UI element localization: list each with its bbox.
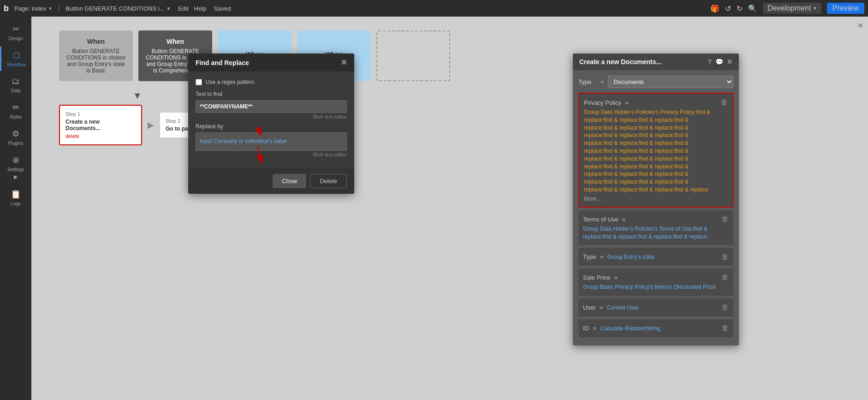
text-to-find-input[interactable]: [196, 100, 347, 113]
more-link[interactable]: More...: [584, 196, 717, 202]
preview-button[interactable]: Preview: [827, 3, 864, 14]
main-layout: ✂ Design ⬡ Workflow 🗂 Data ✏ Styles ⚙ Pl…: [0, 17, 868, 400]
redo-icon[interactable]: ↻: [737, 4, 743, 13]
workflow-selector[interactable]: Button GENERATE CONDITIONS i... ▼: [65, 5, 171, 12]
privacy-policy-eq: =: [625, 99, 629, 106]
sidebar: ✂ Design ⬡ Workflow 🗂 Data ✏ Styles ⚙ Pl…: [0, 17, 31, 400]
step-1-title: Create a new Documents...: [65, 119, 136, 131]
sale-price-eq: =: [614, 274, 618, 281]
data-icon: 🗂: [12, 77, 20, 86]
doc-type-label: Type: [578, 78, 597, 85]
regex-checkbox[interactable]: [196, 79, 202, 85]
workflow-dropdown-icon[interactable]: ▼: [166, 6, 171, 11]
create-doc-modal: Create a new Documents... ? 💬 ✕ Type = D…: [573, 54, 739, 346]
terms-delete-icon[interactable]: 🗑: [721, 215, 729, 223]
page-dropdown-icon[interactable]: ▼: [48, 6, 53, 11]
canvas-area: When Button GENERATE CONDITIONS is click…: [31, 17, 868, 400]
page-selector[interactable]: Page: index ▼: [14, 5, 53, 12]
sidebar-item-plugins[interactable]: ⚙ Plugins: [0, 125, 31, 149]
styles-icon: ✏: [12, 102, 19, 113]
sale-price-value[interactable]: Group Basic Privacy Policy's Items's Dis…: [583, 283, 718, 291]
text-to-find-rich-label[interactable]: Rich text editor: [196, 114, 347, 119]
help-button[interactable]: Help: [194, 5, 207, 12]
sidebar-item-design[interactable]: ✂ Design: [0, 20, 31, 45]
undo-icon[interactable]: ↺: [725, 4, 731, 13]
user-eq: =: [600, 304, 603, 311]
sale-price-section: Sale Price = Group Basic Privacy Policy'…: [578, 269, 733, 296]
settings-icon: ⊕: [12, 155, 19, 165]
gift-icon[interactable]: 🎁: [710, 4, 719, 13]
when-card-1[interactable]: When Button GENERATE CONDITIONS is click…: [59, 30, 133, 81]
sidebar-label-data: Data: [11, 88, 20, 93]
sale-price-delete-icon[interactable]: 🗑: [721, 273, 729, 281]
edit-button[interactable]: Edit: [178, 5, 188, 12]
create-doc-body: Type = Documents Privacy Policy = Group …: [573, 70, 739, 346]
sidebar-item-styles[interactable]: ✏ Styles: [0, 99, 31, 123]
sidebar-item-settings[interactable]: ⊕ Settings ▶: [0, 151, 31, 184]
privacy-policy-delete-icon[interactable]: 🗑: [720, 98, 728, 107]
saved-status: Saved: [214, 5, 231, 12]
doc-type-eq: =: [600, 78, 604, 85]
terms-label: Terms of Use: [583, 216, 618, 223]
sidebar-label-design: Design: [8, 36, 23, 41]
type-field-section: Type = Group Entry's state 🗑: [578, 248, 733, 266]
find-replace-close-icon[interactable]: ✕: [341, 58, 347, 67]
page-name: index: [32, 5, 46, 12]
step-1-num: Step 1: [65, 111, 136, 117]
user-delete-icon[interactable]: 🗑: [721, 303, 729, 311]
find-replace-header: Find and Replace ✕: [188, 54, 354, 72]
search-icon[interactable]: 🔍: [748, 4, 757, 13]
type-field-delete-icon[interactable]: 🗑: [721, 253, 729, 261]
doc-type-select[interactable]: Documents: [608, 76, 733, 88]
doc-help-icon[interactable]: ?: [707, 58, 712, 66]
when-card-1-title: When: [87, 38, 105, 45]
step-connector-arrow: ▶: [148, 120, 154, 130]
privacy-policy-value[interactable]: Group Data Holder's Policies's Privacy P…: [584, 108, 717, 194]
terms-of-use-section: Terms of Use = Group Data Holder's Polic…: [578, 210, 733, 245]
sidebar-item-logs[interactable]: 📋 Logs: [0, 185, 31, 210]
step-1-delete[interactable]: delete: [65, 133, 136, 139]
type-field-eq: =: [600, 253, 604, 260]
scissors-icon: ✂: [12, 24, 19, 34]
workflow-canvas: When Button GENERATE CONDITIONS is click…: [31, 17, 868, 400]
terms-value[interactable]: Group Data Holder's Policies's Terms of …: [583, 225, 718, 241]
workflow-label: Button GENERATE CONDITIONS i...: [65, 5, 164, 12]
sidebar-label-logs: Logs: [11, 201, 21, 206]
find-replace-title: Find and Replace: [196, 59, 249, 66]
sidebar-item-data[interactable]: 🗂 Data: [0, 73, 31, 97]
sidebar-label-settings: Settings: [7, 167, 24, 172]
id-value[interactable]: Calculate RandomString: [600, 325, 660, 332]
replace-by-value[interactable]: Input Company or individual's value: [200, 138, 287, 144]
step-arrow-down: ▼: [133, 90, 142, 101]
topbar-divider: |: [58, 4, 60, 12]
create-doc-title: Create a new Documents...: [579, 58, 661, 66]
find-replace-body: Use a regex pattern Text to find Rich te…: [188, 72, 354, 168]
when-card-5[interactable]: [376, 30, 450, 81]
logs-icon: 📋: [11, 189, 21, 199]
id-delete-icon[interactable]: 🗑: [721, 324, 729, 332]
replace-by-label: Replace by: [196, 123, 347, 130]
topbar-right: 🎁 ↺ ↻ 🔍 Development ▼ Preview: [710, 3, 864, 14]
when-card-1-desc: Button GENERATE CONDITIONS is clicked an…: [65, 48, 127, 74]
text-to-find-label: Text to find: [196, 91, 347, 97]
id-eq: =: [593, 325, 596, 332]
doc-close-icon[interactable]: ✕: [727, 58, 732, 66]
settings-expand-icon[interactable]: ▶: [14, 174, 18, 180]
sidebar-label-workflow: Workflow: [7, 62, 26, 67]
dev-selector[interactable]: Development ▼: [763, 3, 821, 14]
dev-label: Development: [767, 4, 811, 12]
step-card-1[interactable]: Step 1 Create a new Documents... delete: [59, 105, 142, 145]
user-section: User = Current User 🗑: [578, 299, 733, 316]
topbar: b Page: index ▼ | Button GENERATE CONDIT…: [0, 0, 868, 17]
canvas-close-icon[interactable]: ✕: [857, 21, 863, 30]
user-value[interactable]: Current User: [607, 304, 639, 311]
doc-header-icons: ? 💬 ✕: [707, 58, 732, 66]
workflow-icon: ⬡: [13, 50, 20, 60]
close-button[interactable]: Close: [273, 174, 306, 188]
delete-button[interactable]: Delete: [310, 174, 347, 188]
type-field-value[interactable]: Group Entry's state: [607, 254, 654, 260]
sidebar-item-workflow[interactable]: ⬡ Workflow: [0, 47, 31, 71]
replace-by-rich-label[interactable]: Rich text editor: [196, 152, 347, 157]
find-replace-footer: Close Delete: [188, 168, 354, 194]
doc-chat-icon[interactable]: 💬: [715, 58, 723, 66]
